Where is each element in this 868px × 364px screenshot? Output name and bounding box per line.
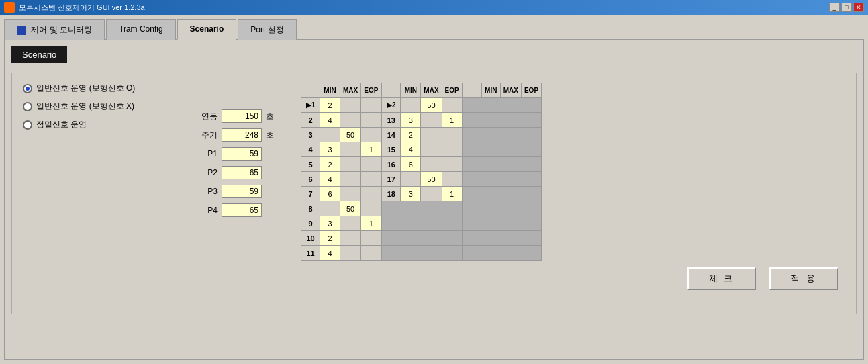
cell-min[interactable]: 2: [320, 231, 340, 246]
col-header-min-2: MIN: [401, 83, 421, 98]
cell-max[interactable]: [340, 113, 361, 128]
cell-max[interactable]: [340, 246, 361, 261]
cell-eop[interactable]: [361, 246, 381, 261]
cell-min[interactable]: 4: [320, 246, 340, 261]
table-row-gray: [463, 128, 541, 142]
radio-circle-3: [23, 120, 32, 130]
row-label: 14: [382, 128, 401, 142]
gray-cell: [463, 113, 541, 128]
tables-row: MIN MAX EOP ▶1 2: [301, 83, 845, 261]
cell-min[interactable]: 3: [401, 113, 421, 128]
cell-min[interactable]: 6: [401, 157, 421, 172]
table-row: 9 3 1: [301, 216, 381, 231]
cell-max[interactable]: [340, 187, 361, 201]
table-row: 8 50: [301, 201, 381, 216]
cell-max[interactable]: 50: [340, 128, 361, 142]
cell-eop[interactable]: [442, 172, 462, 187]
table-row-gray: [463, 172, 541, 187]
gray-cell: [463, 216, 541, 231]
row-label: 11: [301, 246, 320, 261]
radio-item-1[interactable]: 일반신호 운영 (보행신호 O): [23, 83, 171, 94]
field-input-p4[interactable]: [222, 203, 262, 217]
cell-min[interactable]: 2: [401, 128, 421, 142]
apply-button[interactable]: 적 용: [769, 267, 838, 290]
check-button[interactable]: 체 크: [687, 267, 757, 290]
cell-eop[interactable]: [361, 113, 381, 128]
cell-max[interactable]: [421, 113, 442, 128]
cell-max[interactable]: [340, 216, 361, 231]
field-input-juki[interactable]: [222, 128, 262, 142]
maximize-button[interactable]: □: [841, 3, 852, 12]
field-row-juki: 주기 초: [197, 128, 274, 142]
cell-max[interactable]: [340, 157, 361, 172]
cell-max[interactable]: [421, 187, 442, 201]
cell-eop[interactable]: 1: [442, 187, 462, 201]
col-header-eop-3: EOP: [521, 83, 541, 98]
cell-eop[interactable]: 1: [361, 216, 381, 231]
cell-max[interactable]: [421, 142, 442, 157]
cell-eop[interactable]: 1: [442, 113, 462, 128]
cell-max[interactable]: [340, 172, 361, 187]
cell-eop[interactable]: [442, 128, 462, 142]
tab-control[interactable]: 제어 및 모니터링: [4, 19, 105, 40]
cell-max[interactable]: 50: [421, 172, 442, 187]
tab-port[interactable]: Port 설정: [238, 19, 296, 40]
close-button[interactable]: ✕: [853, 3, 864, 12]
cell-eop[interactable]: [442, 142, 462, 157]
gray-cell: [463, 246, 541, 261]
table-row-gray: [463, 98, 541, 113]
table-row: ▶2 50: [382, 98, 462, 113]
cell-eop[interactable]: [361, 187, 381, 201]
row-label: ▶1: [301, 98, 320, 113]
cell-min[interactable]: 3: [401, 187, 421, 201]
cell-max[interactable]: 50: [421, 98, 442, 113]
cell-min[interactable]: 4: [320, 172, 340, 187]
field-input-p2[interactable]: [222, 166, 262, 179]
cell-eop[interactable]: [361, 231, 381, 246]
cell-max[interactable]: 50: [340, 201, 361, 216]
cell-min[interactable]: 4: [320, 113, 340, 128]
cell-min[interactable]: 3: [320, 142, 340, 157]
cell-min[interactable]: 4: [401, 142, 421, 157]
window-title: 모루시스템 신호제어기 GUI ver 1.2.3a: [19, 3, 145, 13]
cell-min[interactable]: [320, 201, 340, 216]
tab-tram[interactable]: Tram Config: [106, 19, 176, 40]
cell-eop[interactable]: [361, 157, 381, 172]
cell-max[interactable]: [340, 98, 361, 113]
table-row: 6 4: [301, 172, 381, 187]
cell-eop[interactable]: 1: [361, 142, 381, 157]
cell-max[interactable]: [421, 157, 442, 172]
main-window: 제어 및 모니터링 Tram Config Scenario Port 설정 S…: [0, 15, 868, 364]
row-label: 6: [301, 172, 320, 187]
radio-item-2[interactable]: 일반신호 운영 (보행신호 X): [23, 101, 171, 112]
cell-min[interactable]: 3: [320, 216, 340, 231]
table-row-gray: [382, 216, 462, 231]
field-input-yeondong[interactable]: [222, 109, 262, 123]
cell-min[interactable]: [320, 128, 340, 142]
cell-min[interactable]: 6: [320, 187, 340, 201]
radio-item-3[interactable]: 점멸신호 운영: [23, 119, 171, 130]
gray-cell: [463, 157, 541, 172]
field-unit-yeondong: 초: [266, 111, 274, 122]
cell-min[interactable]: 2: [320, 157, 340, 172]
cell-eop[interactable]: [361, 98, 381, 113]
cell-min[interactable]: [401, 98, 421, 113]
table-row: 7 6: [301, 187, 381, 201]
table-row: 2 4: [301, 113, 381, 128]
cell-min[interactable]: 2: [320, 98, 340, 113]
cell-max[interactable]: [340, 142, 361, 157]
cell-eop[interactable]: [442, 98, 462, 113]
cell-eop[interactable]: [361, 172, 381, 187]
field-input-p3[interactable]: [222, 185, 262, 198]
field-input-p1[interactable]: [222, 147, 262, 161]
cell-max[interactable]: [421, 128, 442, 142]
tab-scenario[interactable]: Scenario: [177, 19, 237, 40]
cell-eop[interactable]: [361, 128, 381, 142]
table-row: 11 4: [301, 246, 381, 261]
minimize-button[interactable]: _: [829, 3, 840, 12]
cell-max[interactable]: [340, 231, 361, 246]
scenario-section-label: Scenario: [11, 46, 67, 63]
cell-eop[interactable]: [442, 157, 462, 172]
cell-eop[interactable]: [361, 201, 381, 216]
cell-min[interactable]: [401, 172, 421, 187]
